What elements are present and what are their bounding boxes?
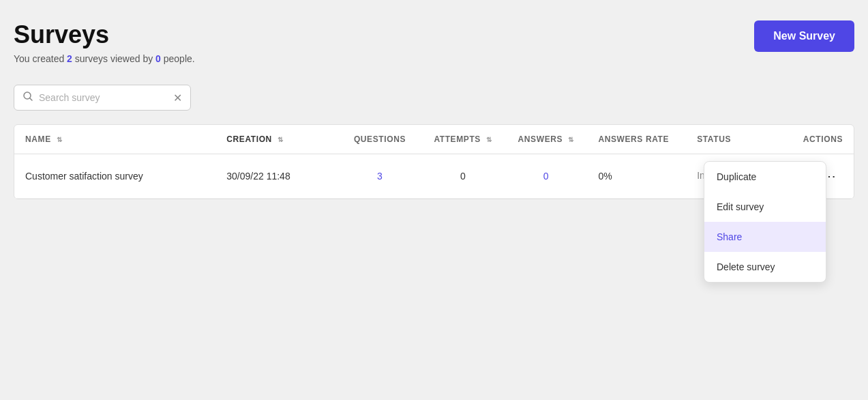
col-header-answers-rate: ANSWERS RATE: [587, 125, 686, 154]
dropdown-menu: Duplicate Edit survey Share Delete surve…: [704, 161, 826, 283]
col-answers-label: ANSWERS: [518, 134, 563, 144]
col-status-label: STATUS: [697, 134, 731, 144]
subtitle-middle: surveys viewed by: [72, 53, 155, 64]
row-attempts: 0: [421, 154, 505, 199]
page-container: Surveys You created 2 surveys viewed by …: [0, 0, 868, 213]
col-header-name: NAME ⇅: [14, 125, 215, 154]
table-container: NAME ⇅ CREATION ⇅ QUESTIONS ATTEMPTS ⇅: [14, 124, 854, 199]
table-header-row: NAME ⇅ CREATION ⇅ QUESTIONS ATTEMPTS ⇅: [14, 125, 854, 154]
sort-arrows-creation[interactable]: ⇅: [278, 136, 284, 143]
dropdown-item-edit[interactable]: Edit survey: [704, 192, 826, 222]
new-survey-button[interactable]: New Survey: [754, 20, 854, 52]
col-header-actions: ACTIONS: [792, 125, 854, 154]
dropdown-item-share[interactable]: Share: [704, 222, 826, 252]
row-name: Customer satifaction survey: [14, 154, 215, 199]
search-box: ✕: [14, 85, 191, 111]
col-name-label: NAME: [25, 134, 51, 144]
row-creation: 30/09/22 11:48: [215, 154, 338, 199]
col-answers-rate-label: ANSWERS RATE: [598, 134, 669, 144]
col-header-attempts: ATTEMPTS ⇅: [421, 125, 505, 154]
row-questions: 3: [338, 154, 421, 199]
dropdown-item-delete[interactable]: Delete survey: [704, 252, 826, 282]
sort-arrows-answers[interactable]: ⇅: [568, 136, 574, 143]
col-attempts-label: ATTEMPTS: [434, 134, 481, 144]
col-questions-label: QUESTIONS: [354, 134, 406, 144]
row-answers-rate: 0%: [587, 154, 686, 199]
row-answers: 0: [505, 154, 588, 199]
search-icon: [23, 91, 33, 104]
sort-arrows-name[interactable]: ⇅: [57, 136, 63, 143]
search-input[interactable]: [39, 92, 168, 103]
col-header-answers: ANSWERS ⇅: [505, 125, 588, 154]
row-actions: ⋯ Duplicate Edit survey Share Delete sur…: [792, 154, 854, 199]
header-row: Surveys You created 2 surveys viewed by …: [14, 20, 854, 64]
clear-icon[interactable]: ✕: [173, 91, 182, 104]
header-left: Surveys You created 2 surveys viewed by …: [14, 20, 195, 64]
page-title: Surveys: [14, 20, 195, 49]
svg-line-1: [30, 98, 33, 101]
survey-count: 2: [67, 53, 72, 64]
subtitle-prefix: You created: [14, 53, 67, 64]
col-creation-label: CREATION: [226, 134, 272, 144]
col-header-questions: QUESTIONS: [338, 125, 421, 154]
col-actions-label: ACTIONS: [803, 134, 843, 144]
sort-arrows-attempts[interactable]: ⇅: [486, 136, 492, 143]
surveys-table: NAME ⇅ CREATION ⇅ QUESTIONS ATTEMPTS ⇅: [14, 125, 854, 199]
dropdown-item-duplicate[interactable]: Duplicate: [704, 162, 826, 192]
people-count: 0: [155, 53, 161, 64]
col-header-status: STATUS: [686, 125, 792, 154]
col-header-creation: CREATION ⇅: [215, 125, 338, 154]
search-section: ✕: [14, 85, 854, 111]
subtitle: You created 2 surveys viewed by 0 people…: [14, 53, 195, 64]
subtitle-suffix: people.: [161, 53, 195, 64]
table-row: Customer satifaction survey 30/09/22 11:…: [14, 154, 854, 199]
